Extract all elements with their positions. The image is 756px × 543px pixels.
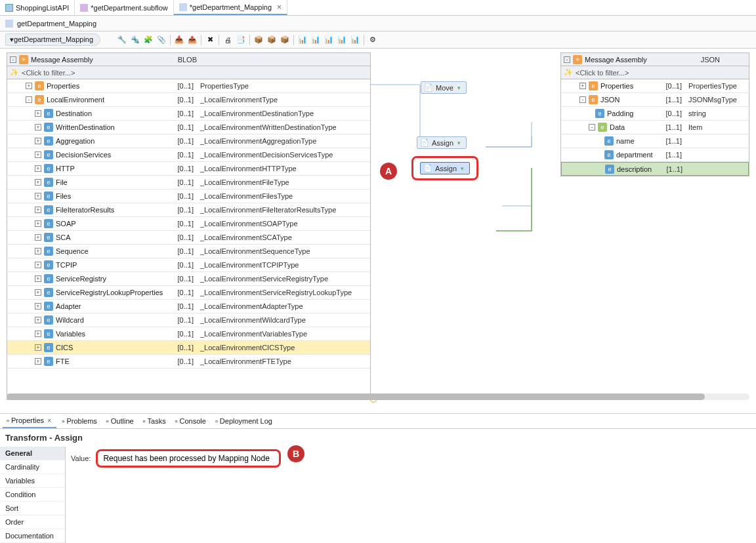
tree-row[interactable]: +eWildcard[0..1]_LocalEnvironmentWildcar…	[7, 313, 370, 327]
expander-icon[interactable]: +	[35, 138, 41, 144]
op-assign-2[interactable]: 📄 Assign▾	[420, 162, 470, 174]
toolbar-btn-8[interactable]: 🖨	[222, 34, 234, 46]
filter-input[interactable]: <Click to filter...>	[22, 69, 75, 77]
toolbar-btn-6[interactable]: 📤	[186, 34, 198, 46]
toolbar-btn-18[interactable]: ⚙	[367, 34, 379, 46]
expander-icon[interactable]: +	[35, 110, 41, 117]
bottom-tab[interactable]: ▫Deployment Log	[211, 414, 276, 428]
properties-side-tab[interactable]: Order	[0, 515, 65, 529]
target-tree[interactable]: +eProperties[0..1]PropertiesType-eJSON[1…	[561, 79, 749, 176]
expander-icon[interactable]: +	[26, 83, 32, 89]
tree-row[interactable]: +eCICS[0..1]_LocalEnvironmentCICSType	[7, 341, 370, 355]
properties-side-tab[interactable]: Sort	[0, 502, 65, 515]
expander-icon[interactable]: +	[35, 331, 41, 337]
tree-row[interactable]: +eFileIteratorResults[0..1]_LocalEnviron…	[7, 203, 370, 217]
editor-tab[interactable]: *getDepartment_Mapping×	[174, 0, 287, 15]
tree-row[interactable]: +eSOAP[0..1]_LocalEnvironmentSOAPType	[7, 217, 370, 231]
tree-row[interactable]: +eProperties[0..1]PropertiesType	[561, 79, 749, 93]
collapse-icon[interactable]: -	[564, 56, 570, 63]
bottom-tab[interactable]: ▫Problems	[58, 414, 100, 428]
toolbar-btn-16[interactable]: 📊	[336, 34, 348, 46]
expander-icon[interactable]: +	[579, 83, 586, 89]
tree-row[interactable]: +eSequence[0..1]_LocalEnvironmentSequenc…	[7, 245, 370, 258]
tree-row[interactable]: +eDecisionServices[0..1]_LocalEnvironmen…	[7, 148, 370, 162]
toolbar-btn-del[interactable]: ✖	[204, 34, 216, 46]
toolbar-btn-5[interactable]: 📥	[173, 34, 185, 46]
tree-row[interactable]: +eWrittenDestination[0..1]_LocalEnvironm…	[7, 121, 370, 134]
op-assign-1[interactable]: 📄 Assign▾	[417, 136, 467, 149]
expander-icon[interactable]: -	[26, 96, 32, 103]
close-icon[interactable]: ×	[277, 3, 282, 12]
expander-icon[interactable]: +	[35, 344, 41, 351]
tree-row[interactable]: +eFile[0..1]_LocalEnvironmentFileType	[7, 176, 370, 190]
tree-row[interactable]: +eSCA[0..1]_LocalEnvironmentSCAType	[7, 231, 370, 245]
collapse-icon[interactable]: -	[10, 56, 16, 63]
tree-row[interactable]: +eHTTP[0..1]_LocalEnvironmentHTTPType	[7, 162, 370, 176]
expander-icon[interactable]: +	[35, 289, 41, 296]
expander-icon[interactable]: +	[35, 207, 41, 213]
source-tree[interactable]: +eProperties[0..1]PropertiesType-eLocalE…	[7, 79, 370, 369]
properties-side-tab[interactable]: Documentation	[0, 529, 65, 543]
toolbar-btn-1[interactable]: 🔧	[116, 34, 128, 46]
expander-icon[interactable]: +	[35, 234, 41, 241]
toolbar-btn-2[interactable]: 🔩	[129, 34, 141, 46]
toolbar-btn-3[interactable]: 🧩	[142, 34, 154, 46]
bottom-tab[interactable]: ▫Tasks	[139, 414, 170, 428]
editor-tab[interactable]: ShoppingListAPI	[0, 0, 75, 15]
toolbar-crumb[interactable]: ▾getDepartment_Mapping	[5, 33, 100, 46]
expander-icon[interactable]: +	[35, 303, 41, 310]
tree-row[interactable]: +eServiceRegistry[0..1]_LocalEnvironment…	[7, 272, 370, 286]
bottom-tab[interactable]: ▫Outline	[102, 414, 138, 428]
toolbar-btn-12[interactable]: 📦	[279, 34, 291, 46]
expander-icon[interactable]: +	[35, 151, 41, 158]
bottom-tab[interactable]: ▫Console	[171, 414, 210, 428]
tree-row[interactable]: -eData[1..1]Item	[561, 121, 749, 134]
properties-side-tab[interactable]: Cardinality	[0, 460, 65, 474]
expander-icon[interactable]: -	[589, 124, 595, 131]
toolbar-btn-13[interactable]: 📊	[297, 34, 308, 46]
toolbar-btn-4[interactable]: 📎	[156, 34, 167, 46]
properties-side-tab[interactable]: Condition	[0, 488, 65, 502]
close-icon[interactable]: ×	[46, 416, 52, 424]
horizontal-scrollbar[interactable]	[7, 393, 749, 400]
expander-icon[interactable]: +	[35, 220, 41, 227]
properties-side-tab[interactable]: General	[0, 447, 65, 460]
toolbar-btn-9[interactable]: 📑	[235, 34, 247, 46]
tree-row[interactable]: +eFTE[0..1]_LocalEnvironmentFTEType	[7, 355, 370, 369]
bottom-tab[interactable]: ▫Properties×	[3, 414, 56, 428]
expander-icon[interactable]: +	[35, 358, 41, 365]
expander-icon[interactable]: +	[35, 262, 41, 268]
toolbar-btn-14[interactable]: 📊	[310, 34, 322, 46]
expander-icon[interactable]: +	[35, 275, 41, 282]
filter-input[interactable]: <Click to filter...>	[576, 69, 629, 77]
toolbar-btn-15[interactable]: 📊	[323, 34, 335, 46]
expander-icon[interactable]: +	[35, 165, 41, 172]
tree-row[interactable]: edepartment[1..1]	[561, 148, 749, 162]
tree-row[interactable]: +eAggregation[0..1]_LocalEnvironmentAggr…	[7, 134, 370, 148]
expander-icon[interactable]: +	[35, 317, 41, 323]
toolbar-btn-11[interactable]: 📦	[266, 34, 278, 46]
op-move[interactable]: 📄 Move▾	[421, 81, 467, 94]
tree-row[interactable]: +eServiceRegistryLookupProperties[0..1]_…	[7, 286, 370, 300]
properties-side-tab[interactable]: Variables	[0, 474, 65, 488]
tree-row[interactable]: -eLocalEnvironment[0..1]_LocalEnvironmen…	[7, 93, 370, 107]
tree-row[interactable]: +eAdapter[0..1]_LocalEnvironmentAdapterT…	[7, 300, 370, 313]
expander-icon[interactable]: +	[35, 248, 41, 254]
value-input[interactable]	[103, 454, 274, 463]
tree-row[interactable]: ePadding[0..1]string	[561, 107, 749, 121]
tree-row[interactable]: +eProperties[0..1]PropertiesType	[7, 79, 370, 93]
editor-tab[interactable]: *getDepartment.subflow	[75, 0, 173, 15]
toolbar-btn-10[interactable]: 📦	[253, 34, 264, 46]
expander-icon[interactable]: -	[579, 96, 586, 103]
tree-row[interactable]: +eDestination[0..1]_LocalEnvironmentDest…	[7, 107, 370, 121]
tree-row[interactable]: +eFiles[0..1]_LocalEnvironmentFilesType	[7, 190, 370, 203]
expander-icon[interactable]: +	[35, 179, 41, 186]
toolbar-btn-17[interactable]: 📊	[349, 34, 361, 46]
tree-row[interactable]: edescription[1..1]	[561, 162, 749, 176]
tree-row[interactable]: +eVariables[0..1]_LocalEnvironmentVariab…	[7, 327, 370, 341]
tree-row[interactable]: -eJSON[1..1]JSONMsgType	[561, 93, 749, 107]
expander-icon[interactable]: +	[35, 193, 41, 199]
tree-row[interactable]: +eTCPIP[0..1]_LocalEnvironmentTCPIPType	[7, 258, 370, 272]
expander-icon[interactable]: +	[35, 124, 41, 131]
tree-row[interactable]: ename[1..1]	[561, 134, 749, 148]
